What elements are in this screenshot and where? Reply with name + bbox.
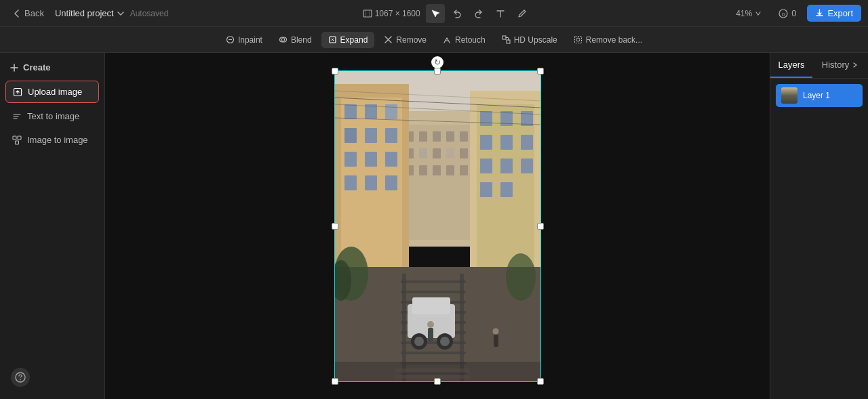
blend-label: Blend: [291, 35, 312, 45]
autosaved-label: Autosaved: [130, 9, 169, 18]
remove-bg-icon: [574, 35, 583, 44]
svg-rect-56: [521, 135, 533, 150]
svg-point-82: [414, 337, 424, 346]
svg-rect-57: [480, 159, 492, 173]
svg-rect-80: [412, 297, 450, 314]
create-icon: [9, 63, 19, 72]
text-tool-button[interactable]: [491, 4, 510, 23]
svg-point-84: [440, 337, 450, 346]
svg-point-86: [427, 321, 434, 328]
sidebar-footer: [5, 362, 99, 392]
undo-button[interactable]: [448, 4, 467, 23]
svg-rect-45: [385, 152, 397, 167]
svg-rect-55: [500, 135, 513, 150]
edit-toolbar: Inpaint Blend Expand Remove Retouch HD U…: [0, 27, 868, 53]
inpaint-label: Inpaint: [238, 35, 262, 45]
upscale-button[interactable]: HD Upscale: [495, 32, 564, 48]
layer-1-thumbnail: [781, 87, 797, 104]
right-panel: Layers History Layer 1: [770, 53, 868, 399]
topbar: Back Untitled project Autosaved 1067 × 1…: [0, 0, 868, 27]
topbar-right: 41% 0 0 Export: [726, 5, 861, 22]
canvas-size-label: 1067 × 1600: [375, 9, 420, 18]
image-to-image-icon: [12, 135, 22, 145]
upload-icon: [13, 87, 22, 97]
redo-button[interactable]: [469, 4, 488, 23]
svg-rect-38: [365, 104, 377, 119]
back-button[interactable]: Back: [7, 5, 50, 21]
svg-rect-39: [385, 104, 397, 119]
export-button[interactable]: Export: [807, 5, 861, 22]
remove-icon: [384, 35, 393, 44]
layers-tab[interactable]: Layers: [770, 53, 812, 78]
expand-label: Expand: [340, 35, 368, 45]
retouch-button[interactable]: Retouch: [436, 32, 492, 48]
upload-image-button[interactable]: Upload image: [5, 81, 99, 103]
back-icon: [12, 9, 22, 18]
upscale-icon: [502, 35, 511, 44]
blend-button[interactable]: Blend: [272, 32, 319, 48]
pen-tool-button[interactable]: [513, 4, 532, 23]
svg-rect-40: [344, 128, 357, 143]
help-icon: [15, 372, 26, 383]
back-label: Back: [24, 8, 44, 18]
inpaint-button[interactable]: Inpaint: [219, 32, 269, 48]
history-tab[interactable]: History: [812, 53, 868, 78]
main-content: Create Upload image Text to image Image …: [0, 53, 868, 399]
remove-button[interactable]: Remove: [377, 32, 433, 48]
svg-rect-27: [433, 148, 441, 159]
svg-rect-53: [521, 111, 533, 126]
svg-rect-42: [385, 128, 397, 143]
layer-1-label: Layer 1: [803, 91, 830, 100]
history-tab-label: History: [822, 60, 849, 70]
topbar-left: Back Untitled project Autosaved: [7, 5, 168, 21]
zoom-level: 41%: [736, 9, 752, 18]
svg-rect-87: [494, 335, 498, 347]
image-to-image-button[interactable]: Image to image: [5, 129, 99, 150]
project-name[interactable]: Untitled project: [55, 8, 125, 18]
layer-1-item[interactable]: Layer 1: [776, 84, 863, 107]
svg-rect-13: [18, 136, 21, 140]
svg-rect-70: [401, 291, 466, 293]
rotate-handle[interactable]: ↻: [431, 56, 443, 68]
project-name-label: Untitled project: [55, 8, 114, 18]
svg-rect-0: [363, 10, 372, 17]
notifications-button[interactable]: 0 0: [772, 5, 802, 22]
svg-rect-46: [344, 175, 357, 190]
svg-rect-43: [344, 152, 357, 167]
text-image-icon: [12, 112, 22, 121]
export-label: Export: [827, 8, 853, 18]
chevron-down-icon: [117, 9, 125, 18]
svg-rect-48: [385, 175, 397, 190]
text-to-image-label: Text to image: [27, 111, 79, 121]
svg-point-16: [20, 379, 21, 381]
svg-rect-58: [500, 159, 513, 173]
text-to-image-button[interactable]: Text to image: [5, 106, 99, 127]
svg-rect-21: [419, 131, 427, 142]
remove-bg-button[interactable]: Remove back...: [567, 32, 649, 48]
upload-image-label: Upload image: [28, 87, 82, 97]
svg-rect-14: [16, 141, 19, 144]
zoom-control[interactable]: 41%: [730, 6, 767, 21]
svg-rect-91: [334, 362, 541, 382]
svg-rect-69: [401, 280, 466, 283]
help-button[interactable]: [11, 368, 30, 387]
inpaint-icon: [226, 35, 235, 44]
canvas-area[interactable]: ↻: [105, 53, 770, 399]
canvas-image-content: [334, 70, 541, 382]
svg-rect-60: [480, 182, 492, 197]
svg-rect-26: [419, 148, 427, 159]
svg-text:0: 0: [782, 12, 785, 18]
svg-rect-23: [446, 131, 454, 142]
svg-rect-59: [521, 159, 533, 173]
svg-rect-54: [480, 135, 492, 150]
select-tool-button[interactable]: [426, 4, 445, 23]
svg-rect-85: [428, 328, 433, 341]
svg-rect-33: [446, 165, 454, 175]
retouch-icon: [443, 35, 452, 44]
retouch-label: Retouch: [455, 35, 486, 45]
svg-rect-34: [460, 165, 468, 175]
svg-rect-31: [419, 165, 427, 175]
svg-rect-28: [446, 148, 454, 159]
svg-rect-47: [365, 175, 377, 190]
expand-button[interactable]: Expand: [321, 32, 375, 48]
